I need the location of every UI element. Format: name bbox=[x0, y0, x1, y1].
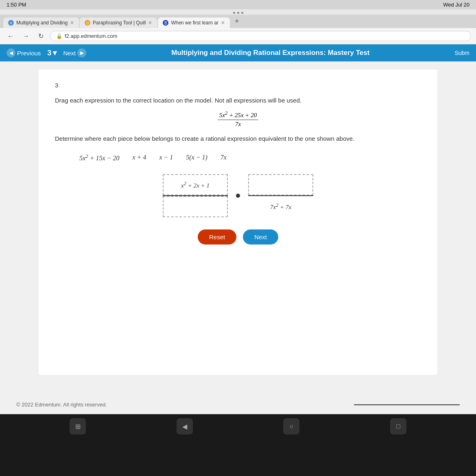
main-fraction: 5x2 + 25x + 20 7x bbox=[218, 110, 258, 128]
tab-close-3[interactable]: ✕ bbox=[221, 20, 225, 26]
tab-icon-3: B bbox=[163, 20, 168, 26]
piece-4[interactable]: 5(x − 1) bbox=[186, 154, 207, 161]
status-time: 1:50 PM bbox=[7, 2, 26, 8]
instruction-text: Drag each expression to the correct loca… bbox=[55, 96, 421, 105]
new-tab-button[interactable]: + bbox=[231, 15, 243, 28]
submit-button[interactable]: Subm bbox=[454, 50, 469, 56]
piece-1[interactable]: 5x2 + 15x − 20 bbox=[79, 153, 119, 162]
right-bottom-content: 7x2 + 7x bbox=[270, 202, 291, 211]
right-fraction-group: 7x2 + 7x bbox=[248, 174, 313, 217]
action-buttons: Reset Next bbox=[55, 229, 421, 245]
footer-copyright: © 2022 Edmentum. All rights reserved. bbox=[16, 402, 107, 408]
address-bar[interactable]: 🔒 f2.app.edmentum.com bbox=[50, 31, 471, 41]
drop-area: x2 + 2x + 1 7x2 + 7x bbox=[55, 174, 421, 217]
app-toolbar: ◀ Previous 3 ▾ Next ▶ Multiplying and Di… bbox=[0, 44, 476, 61]
system-icon-4: □ bbox=[390, 418, 406, 435]
piece-2[interactable]: x + 4 bbox=[132, 154, 146, 161]
footer-line bbox=[354, 404, 460, 405]
previous-button[interactable]: ◀ Previous bbox=[7, 48, 41, 57]
next-button-toolbar[interactable]: Next ▶ bbox=[63, 48, 86, 57]
page-title: Multiplying and Dividing Rational Expres… bbox=[93, 49, 448, 57]
content-area: 3 Drag each expression to the correct lo… bbox=[0, 61, 476, 395]
nav-bar: ← → ↻ 🔒 f2.app.edmentum.com bbox=[0, 28, 476, 44]
dropdown-arrow: ▾ bbox=[53, 48, 57, 57]
question-card: 3 Drag each expression to the correct lo… bbox=[39, 70, 437, 375]
status-date: Wed Jul 20 bbox=[443, 2, 469, 8]
pieces-row: 5x2 + 15x − 20 x + 4 x − 1 5(x − 1) 7x bbox=[79, 153, 421, 162]
tab-paraphrasing[interactable]: Q Paraphrasing Tool | Quill ✕ bbox=[80, 17, 157, 28]
left-top-content: x2 + 2x + 1 bbox=[181, 181, 210, 189]
question-number: 3 bbox=[55, 82, 421, 89]
browser-chrome: e Multiplying and Dividing ✕ Q Paraphras… bbox=[0, 9, 476, 44]
reset-button[interactable]: Reset bbox=[198, 229, 236, 245]
tab-multiplying[interactable]: e Multiplying and Dividing ✕ bbox=[3, 17, 79, 28]
system-icon-2: ◀ bbox=[177, 418, 193, 435]
left-fraction-group: x2 + 2x + 1 bbox=[163, 174, 228, 217]
next-button-main[interactable]: Next bbox=[243, 229, 278, 245]
piece-3[interactable]: x − 1 bbox=[159, 154, 173, 161]
fraction-display: 5x2 + 25x + 20 7x bbox=[215, 111, 261, 118]
tab-icon-2: Q bbox=[85, 20, 90, 26]
next-label-toolbar: Next bbox=[63, 50, 76, 57]
address-text: f2.app.edmentum.com bbox=[65, 33, 117, 39]
tab-label-3: When we first learn ar bbox=[171, 20, 218, 26]
lock-icon: 🔒 bbox=[56, 33, 62, 39]
main-expression: 5x2 + 25x + 20 7x bbox=[55, 110, 421, 128]
footer: © 2022 Edmentum. All rights reserved. bbox=[0, 395, 476, 414]
system-bar: ⊞ ◀ ○ □ bbox=[0, 414, 476, 439]
tab-bar: e Multiplying and Dividing ✕ Q Paraphras… bbox=[0, 15, 476, 28]
system-icon-3: ○ bbox=[283, 418, 299, 435]
tab-icon-1: e bbox=[8, 20, 14, 26]
system-icon-1: ⊞ bbox=[70, 418, 86, 435]
drop-box-left-bottom[interactable] bbox=[163, 196, 228, 217]
refresh-button[interactable]: ↻ bbox=[36, 31, 46, 41]
drop-box-left-top[interactable]: x2 + 2x + 1 bbox=[163, 174, 228, 195]
question-number-selector[interactable]: 3 ▾ bbox=[47, 48, 57, 57]
dot-connector bbox=[236, 194, 240, 198]
fraction-numerator: 5x2 + 25x + 20 bbox=[218, 110, 258, 120]
question-number-display: 3 bbox=[47, 49, 51, 57]
status-bar: 1:50 PM Wed Jul 20 bbox=[0, 0, 476, 9]
tab-label-2: Paraphrasing Tool | Quill bbox=[93, 20, 146, 26]
determine-text: Determine where each piece below belongs… bbox=[55, 134, 421, 144]
piece-5[interactable]: 7x bbox=[221, 154, 227, 161]
fraction-denominator: 7x bbox=[234, 120, 242, 128]
next-icon: ▶ bbox=[77, 48, 86, 57]
drop-box-right-bottom[interactable]: 7x2 + 7x bbox=[248, 196, 313, 217]
previous-label: Previous bbox=[17, 50, 41, 57]
forward-button[interactable]: → bbox=[20, 31, 32, 41]
three-dots bbox=[0, 9, 476, 15]
back-button[interactable]: ← bbox=[5, 31, 16, 41]
tab-label-1: Multiplying and Dividing bbox=[16, 20, 68, 26]
tab-close-1[interactable]: ✕ bbox=[70, 20, 74, 26]
previous-icon: ◀ bbox=[7, 48, 15, 57]
tab-close-2[interactable]: ✕ bbox=[148, 20, 152, 26]
tab-when-we[interactable]: B When we first learn ar ✕ bbox=[158, 17, 230, 28]
drop-box-right-top[interactable] bbox=[248, 174, 313, 195]
